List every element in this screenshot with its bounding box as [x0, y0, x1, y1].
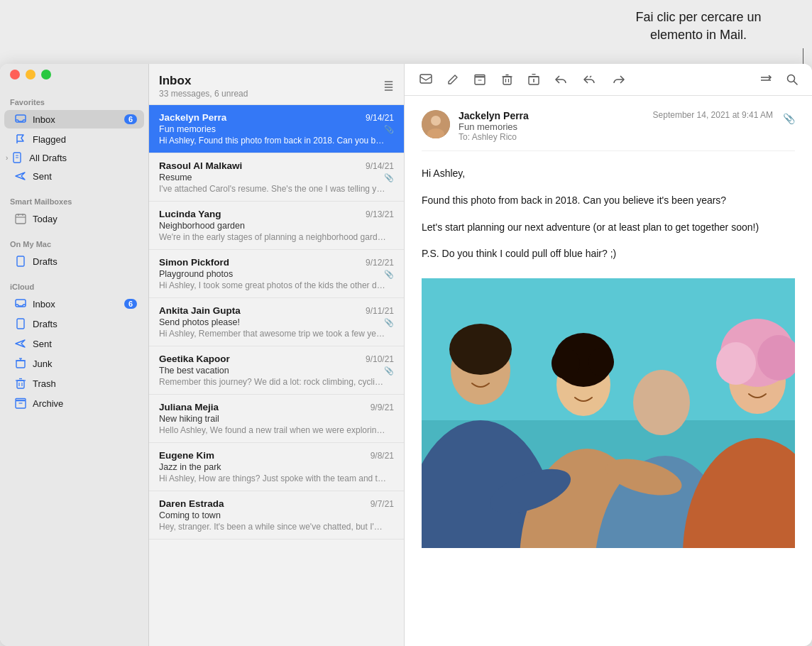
archive-icon — [14, 397, 27, 410]
icloud-drafts-icon — [14, 317, 27, 330]
svg-rect-4 — [16, 214, 26, 224]
toolbar — [405, 64, 812, 96]
icloud-label: iCloud — [0, 277, 148, 294]
svg-rect-8 — [17, 256, 24, 266]
close-button[interactable] — [10, 70, 20, 80]
junk-button[interactable] — [522, 70, 545, 89]
svg-point-51 — [552, 348, 580, 379]
attachment-clip-icon: 📎 — [783, 113, 795, 124]
sidebar-item-sent[interactable]: Sent — [4, 167, 144, 185]
trash-icon — [14, 377, 27, 390]
sent-icon — [14, 170, 27, 182]
email-list-item[interactable]: Lucinda Yang 9/13/21 Neighborhood garden… — [149, 202, 404, 250]
icloud-junk-icon — [14, 357, 27, 370]
sent-label: Sent — [33, 171, 137, 182]
today-label: Today — [33, 214, 137, 224]
tooltip: Fai clic per cercare un elemento in Mail… — [585, 0, 812, 53]
email-list-item[interactable]: Juliana Mejia 9/9/21 New hiking trail He… — [149, 395, 404, 443]
favorites-label: Favorites — [0, 92, 148, 109]
icloud-sent-icon — [14, 337, 27, 350]
disclosure-arrow: › — [6, 154, 8, 162]
new-message-button[interactable] — [415, 70, 437, 89]
inbox-header-info: Inbox 33 messages, 6 unread — [159, 74, 248, 99]
email-list-pane: Inbox 33 messages, 6 unread ≣ Jackelyn P… — [149, 64, 405, 646]
inbox-header: Inbox 33 messages, 6 unread ≣ — [149, 64, 404, 105]
minimize-button[interactable] — [26, 70, 35, 80]
sidebar-item-drafts-local[interactable]: Drafts — [4, 252, 144, 270]
svg-point-58 — [716, 342, 756, 385]
svg-rect-21 — [16, 399, 26, 401]
drafts-local-icon — [14, 255, 27, 268]
email-detail: Jackelyn Perra Fun memories To: Ashley R… — [405, 96, 812, 646]
email-paragraph-3: P.S. Do you think I could pull off blue … — [422, 246, 795, 263]
sidebar-item-icloud-junk[interactable]: Junk — [4, 354, 144, 373]
tooltip-line2: elemento in Mail. — [650, 28, 747, 42]
svg-point-47 — [449, 324, 512, 375]
svg-point-54 — [633, 370, 690, 435]
flagged-icon — [14, 133, 27, 146]
email-to: To: Ashley Rico — [459, 132, 653, 142]
email-list: Jackelyn Perra 9/14/21 Fun memories 📎 Hi… — [149, 105, 404, 646]
icloud-sent-label: Sent — [33, 339, 137, 349]
email-list-item[interactable]: Simon Pickford 9/12/21 Playground photos… — [149, 250, 404, 298]
trash-label: Trash — [33, 378, 137, 389]
more-button[interactable] — [755, 70, 778, 89]
sidebar-item-icloud-inbox[interactable]: Inbox 6 — [4, 295, 144, 313]
search-button[interactable] — [782, 70, 802, 89]
reply-all-button[interactable] — [576, 70, 603, 89]
email-list-item[interactable]: Jackelyn Perra 9/14/21 Fun memories 📎 Hi… — [149, 105, 404, 153]
sender-avatar — [422, 110, 450, 138]
sidebar-item-all-drafts[interactable]: › All Drafts — [0, 149, 148, 166]
icloud-inbox-icon — [14, 297, 27, 310]
drafts-local-label: Drafts — [33, 256, 137, 267]
email-list-item[interactable]: Ankita Jain Gupta 9/11/21 Send photos pl… — [149, 298, 404, 346]
icloud-drafts-label: Drafts — [33, 319, 137, 329]
mail-window: Favorites Inbox 6 Flagged › — [0, 64, 812, 646]
svg-rect-25 — [475, 75, 485, 77]
email-body: Hi Ashley, Found this photo from back in… — [422, 160, 795, 278]
all-drafts-label: All Drafts — [29, 153, 67, 163]
to-label: To: — [459, 132, 470, 142]
svg-point-52 — [588, 348, 614, 376]
sidebar-inbox-label: Inbox — [33, 114, 124, 125]
sort-button[interactable]: ≣ — [383, 79, 394, 94]
email-greeting: Hi Ashley, — [422, 165, 795, 182]
email-list-item[interactable]: Geetika Kapoor 9/10/21 The best vacation… — [149, 346, 404, 395]
email-list-item[interactable]: Rasoul Al Malkawi 9/14/21 Resume 📎 I've … — [149, 153, 404, 202]
sidebar-item-icloud-drafts[interactable]: Drafts — [4, 314, 144, 333]
sidebar-item-flagged[interactable]: Flagged — [4, 130, 144, 148]
archive-button[interactable] — [468, 70, 491, 89]
all-drafts-icon — [11, 151, 23, 164]
inbox-title: Inbox — [159, 74, 248, 88]
inbox-subtitle: 33 messages, 6 unread — [159, 89, 248, 99]
email-paragraph-1: Found this photo from back in 2018. Can … — [422, 192, 795, 209]
email-photo-attachment — [422, 278, 795, 548]
icloud-junk-label: Junk — [33, 358, 137, 369]
forward-button[interactable] — [608, 70, 630, 89]
today-icon — [14, 212, 27, 225]
email-list-item[interactable]: Eugene Kim 9/8/21 Jazz in the park Hi As… — [149, 443, 404, 491]
compose-button[interactable] — [441, 70, 464, 89]
sidebar-item-trash[interactable]: Trash — [4, 374, 144, 393]
archive-label: Archive — [33, 398, 137, 409]
svg-point-41 — [431, 116, 441, 126]
email-paragraph-2: Let's start planning our next adventure … — [422, 219, 795, 236]
sidebar-item-icloud-sent[interactable]: Sent — [4, 334, 144, 353]
sidebar-item-archive[interactable]: Archive — [4, 394, 144, 412]
sidebar-item-inbox[interactable]: Inbox 6 — [4, 110, 144, 128]
trash-button[interactable] — [495, 70, 518, 89]
flagged-label: Flagged — [33, 134, 137, 145]
svg-rect-11 — [16, 361, 25, 368]
email-detail-pane: Jackelyn Perra Fun memories To: Ashley R… — [405, 64, 812, 646]
maximize-button[interactable] — [41, 70, 51, 80]
svg-rect-10 — [17, 319, 24, 329]
svg-rect-27 — [503, 77, 511, 84]
smart-mailboxes-label: Smart Mailboxes — [0, 192, 148, 209]
sidebar-item-today[interactable]: Today — [4, 209, 144, 228]
email-list-item[interactable]: Daren Estrada 9/7/21 Coming to town Hey,… — [149, 491, 404, 540]
reply-button[interactable] — [549, 70, 572, 89]
icloud-inbox-label: Inbox — [33, 299, 124, 310]
email-detail-header: Jackelyn Perra Fun memories To: Ashley R… — [422, 110, 795, 151]
email-meta: Jackelyn Perra Fun memories To: Ashley R… — [459, 110, 653, 142]
tooltip-line1: Fai clic per cercare un — [635, 10, 761, 24]
